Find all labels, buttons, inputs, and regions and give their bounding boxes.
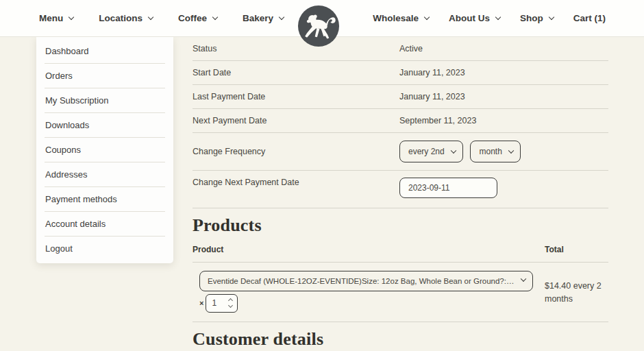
nav-item-label: About Us bbox=[449, 13, 490, 23]
chevron-down-icon bbox=[548, 14, 554, 20]
sidebar-item[interactable]: My Subscription bbox=[45, 88, 165, 113]
detail-label: Next Payment Date bbox=[193, 116, 399, 125]
change-next-payment-label: Change Next Payment Date bbox=[193, 178, 399, 187]
nav-item-label: Bakery bbox=[243, 13, 273, 23]
product-row: Eventide Decaf (WHOLE-12OZ-EVENTIDE)Size… bbox=[193, 263, 608, 322]
nav-item-label: Shop bbox=[520, 13, 543, 23]
multiply-symbol: × bbox=[199, 299, 203, 307]
change-frequency-label: Change Frequency bbox=[193, 147, 399, 156]
product-cell: Eventide Decaf (WHOLE-12OZ-EVENTIDE)Size… bbox=[193, 271, 545, 313]
nav-item[interactable]: Bakery bbox=[243, 13, 284, 23]
chevron-down-icon bbox=[495, 14, 501, 20]
subscription-detail-row: Status Active bbox=[193, 37, 608, 61]
nav-item[interactable]: Coffee bbox=[178, 13, 217, 23]
subscription-detail-row: Next Payment Date September 11, 2023 bbox=[193, 109, 608, 133]
change-frequency-row: Change Frequency every 2nd month bbox=[193, 133, 608, 171]
chevron-down-icon bbox=[148, 14, 153, 20]
sidebar-item[interactable]: Logout bbox=[45, 237, 165, 261]
product-column-header: Product bbox=[193, 245, 545, 254]
nav-item-label: Wholesale bbox=[373, 13, 419, 23]
subscription-detail-row: Last Payment Date January 11, 2023 bbox=[193, 85, 608, 109]
quantity-line: × bbox=[199, 294, 545, 313]
main-nav-left: Menu Locations Coffee Bakery bbox=[39, 13, 284, 23]
nav-item[interactable]: Cart (1) bbox=[573, 13, 606, 23]
sidebar-item[interactable]: Account details bbox=[45, 212, 165, 237]
subscription-details-table: Status Active Start Date January 11, 202… bbox=[193, 37, 608, 133]
chevron-down-icon bbox=[424, 14, 430, 20]
nav-item[interactable]: About Us bbox=[449, 13, 500, 23]
sidebar-item[interactable]: Payment methods bbox=[45, 187, 165, 212]
subscription-detail-row: Start Date January 11, 2023 bbox=[193, 61, 608, 85]
nav-item[interactable]: Wholesale bbox=[373, 13, 429, 23]
customer-details-heading: Customer details bbox=[193, 329, 608, 350]
quantity-input[interactable] bbox=[212, 298, 223, 308]
sidebar-item[interactable]: Dashboard bbox=[45, 39, 165, 64]
chevron-down-icon bbox=[279, 14, 284, 20]
account-page: Menu Locations Coffee Bakery Wholesale A… bbox=[0, 0, 644, 351]
chevron-down-icon bbox=[69, 14, 74, 20]
nav-item-label: Cart (1) bbox=[573, 13, 606, 23]
products-table-header: Product Total bbox=[193, 236, 608, 263]
product-variation-select[interactable]: Eventide Decaf (WHOLE-12OZ-EVENTIDE)Size… bbox=[199, 271, 533, 291]
nav-item[interactable]: Locations bbox=[99, 13, 153, 23]
quantity-stepper bbox=[206, 294, 238, 313]
monkey-logo-icon bbox=[297, 5, 340, 47]
detail-label: Start Date bbox=[193, 68, 399, 77]
main-nav-right: Wholesale About Us Shop Cart (1) bbox=[373, 13, 606, 23]
nav-item[interactable]: Shop bbox=[520, 13, 554, 23]
detail-value: January 11, 2023 bbox=[399, 68, 465, 77]
chevron-down-icon bbox=[212, 14, 218, 20]
products-heading: Products bbox=[193, 215, 608, 236]
frequency-period-select[interactable]: month bbox=[470, 141, 521, 162]
detail-label: Status bbox=[193, 44, 399, 53]
product-total: $14.40 every 2 months bbox=[545, 271, 606, 313]
detail-value: September 11, 2023 bbox=[399, 116, 476, 125]
frequency-interval-select[interactable]: every 2nd bbox=[399, 141, 463, 162]
account-sidebar: Dashboard Orders My Subscription Downloa… bbox=[36, 37, 173, 263]
next-payment-date-input[interactable] bbox=[399, 178, 497, 198]
stepper-arrows-icon[interactable] bbox=[229, 299, 232, 307]
frequency-controls: every 2nd month bbox=[399, 141, 525, 162]
monkey-logo[interactable] bbox=[297, 5, 340, 47]
detail-value: January 11, 2023 bbox=[399, 92, 465, 101]
nav-item-label: Coffee bbox=[178, 13, 207, 23]
sidebar-item[interactable]: Orders bbox=[45, 64, 165, 88]
nav-item[interactable]: Menu bbox=[39, 13, 73, 23]
total-column-header: Total bbox=[545, 245, 564, 254]
change-next-payment-row: Change Next Payment Date bbox=[193, 171, 608, 208]
detail-label: Last Payment Date bbox=[193, 92, 399, 101]
sidebar-item[interactable]: Downloads bbox=[45, 113, 165, 138]
sidebar-item[interactable]: Addresses bbox=[45, 162, 165, 187]
sidebar-item[interactable]: Coupons bbox=[45, 138, 165, 162]
nav-item-label: Locations bbox=[99, 13, 143, 23]
detail-value: Active bbox=[399, 44, 423, 53]
nav-item-label: Menu bbox=[39, 13, 63, 23]
subscription-main: Status Active Start Date January 11, 202… bbox=[193, 37, 608, 350]
